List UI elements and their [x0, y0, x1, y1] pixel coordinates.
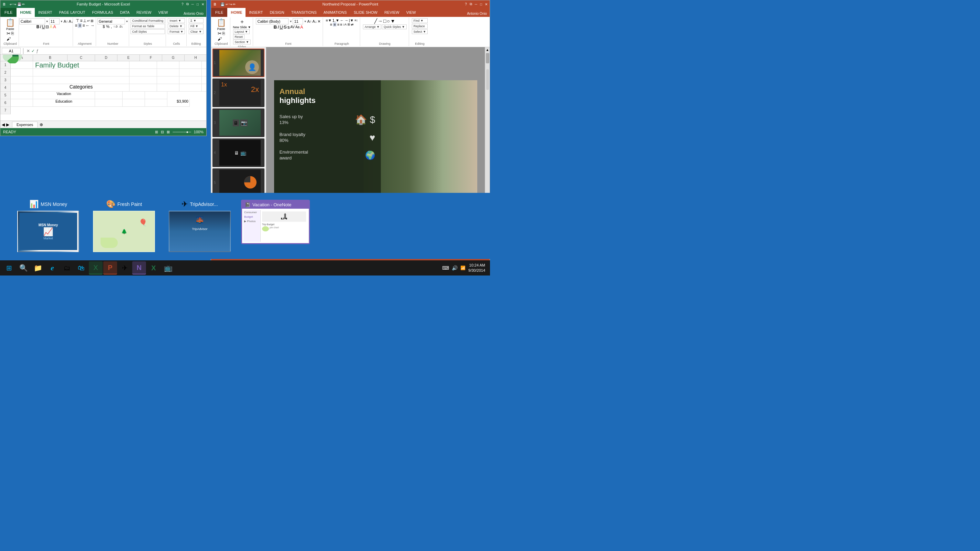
col-header-c[interactable]: C: [67, 55, 95, 61]
zoom-slider[interactable]: ─────●─: [172, 130, 191, 134]
excel-tab-home[interactable]: HOME: [16, 8, 35, 17]
number-format-arrow[interactable]: ▼: [126, 20, 129, 23]
cell-a4[interactable]: [11, 84, 33, 92]
taskbar-files-button[interactable]: 🗂: [60, 261, 74, 274]
taskbar-store-button[interactable]: 🛍: [75, 261, 88, 274]
ppt-quick-access[interactable]: 💾 ↩ ↪ ✏: [220, 2, 235, 6]
ppt-align-left-icon[interactable]: ≡: [330, 22, 332, 27]
col-header-g[interactable]: G: [162, 55, 185, 61]
copy-icon[interactable]: ⎘: [11, 31, 14, 36]
ppt-help-icon[interactable]: ?: [465, 2, 467, 6]
fresh-paint-thumbnail[interactable]: 🌲 🎈: [93, 211, 155, 252]
dec-decrease-icon[interactable]: .0↓: [119, 25, 123, 28]
cell-d2[interactable]: [157, 69, 180, 76]
ppt-font-size-arrow[interactable]: ▼: [304, 20, 307, 23]
autosum-button[interactable]: Σ ▼: [189, 18, 204, 23]
italic-button[interactable]: I: [40, 24, 41, 29]
cell-d1[interactable]: [157, 61, 180, 69]
reset-button[interactable]: Reset: [233, 34, 245, 39]
tripadvisor-thumbnail[interactable]: 🌉 TripAdvisor: [169, 211, 231, 252]
ppt-strikethrough-button[interactable]: S: [284, 24, 287, 30]
ppt-column-icon[interactable]: |▼: [349, 18, 354, 22]
scroll-thumb[interactable]: [486, 53, 489, 64]
cell-b1[interactable]: Family Budget: [33, 61, 129, 69]
page-break-view-icon[interactable]: ⊠: [167, 130, 170, 134]
ppt-paste-button[interactable]: 📋 Paste: [216, 18, 226, 31]
cell-e1[interactable]: [180, 61, 202, 69]
border-icon[interactable]: ⊟: [45, 24, 49, 29]
ppt-tab-home[interactable]: HOME: [227, 8, 245, 17]
normal-view-icon[interactable]: ⊞: [155, 130, 158, 134]
ppt-clear-format-icon[interactable]: ✕: [318, 19, 321, 24]
ppt-line-spacing-icon[interactable]: ≡↕: [354, 19, 358, 22]
cell-d3[interactable]: [157, 76, 180, 84]
taskbar-start-button[interactable]: ⊞: [2, 261, 16, 274]
ppt-replace-button[interactable]: Replace: [412, 24, 428, 29]
cell-d4[interactable]: [157, 84, 180, 92]
align-left-icon[interactable]: ≡: [75, 23, 77, 28]
align-center-icon[interactable]: ≡: [78, 23, 82, 28]
percent-icon[interactable]: $: [103, 24, 105, 29]
ppt-text-direction-icon[interactable]: ↕A: [343, 23, 347, 26]
ppt-format-painter-icon[interactable]: 🖌: [218, 37, 225, 41]
cell-d6[interactable]: [123, 99, 145, 107]
ppt-quick-styles-button[interactable]: Quick Styles ▼: [382, 24, 406, 29]
cell-e5[interactable]: [123, 92, 145, 99]
ppt-tab-transitions[interactable]: TRANSITIONS: [288, 8, 320, 17]
number-format-input[interactable]: [97, 18, 125, 24]
app-card-fresh-paint[interactable]: 🎨 Fresh Paint 🌲 🎈: [89, 200, 158, 252]
excel-tab-insert[interactable]: INSERT: [35, 8, 56, 17]
excel-window-controls[interactable]: ? ⧉ ─ □ ✕: [181, 2, 204, 6]
taskbar-excel2-button[interactable]: X: [147, 261, 161, 274]
cell-e6[interactable]: [145, 99, 167, 107]
ppt-font-spacing-icon[interactable]: AV: [290, 25, 295, 29]
align-right-icon[interactable]: ≡: [82, 23, 85, 28]
ppt-justify-icon[interactable]: ≡: [340, 22, 342, 27]
app-card-tripadvisor[interactable]: ✈ TripAdvisor... 🌉 TripAdvisor: [165, 200, 234, 252]
dec-increase-icon[interactable]: ↑.0: [113, 25, 118, 28]
ppt-font-shrink-icon[interactable]: A↓: [312, 19, 317, 24]
ppt-font-size-input[interactable]: [293, 18, 303, 24]
ppt-bold-button[interactable]: B: [274, 24, 277, 30]
excel-tab-view[interactable]: VIEW: [155, 8, 172, 17]
sheet-nav-right[interactable]: ▶: [6, 122, 9, 127]
onenote-window-thumb[interactable]: 📓 Vacation - OneNote Consumer Budget ▶ P…: [241, 200, 310, 244]
ppt-tab-review[interactable]: REVIEW: [381, 8, 402, 17]
cell-b5[interactable]: Vacation: [33, 92, 95, 99]
ppt-font-dropdown-arrow[interactable]: ▼: [289, 20, 292, 23]
col-header-f[interactable]: F: [140, 55, 162, 61]
font-size-input[interactable]: [49, 18, 60, 24]
excel-tab-file[interactable]: FILE: [0, 8, 16, 17]
cell-c2[interactable]: [129, 69, 157, 76]
taskbar-presentation-button[interactable]: 📺: [161, 261, 175, 274]
font-grow-icon[interactable]: A↑: [64, 19, 68, 24]
underline-button[interactable]: U: [42, 24, 45, 29]
layout-button[interactable]: Layout ▼: [233, 29, 250, 34]
format-painter-icon[interactable]: 🖌: [6, 37, 11, 41]
slide-thumb-3[interactable]: 3 🖥 📷: [212, 108, 264, 137]
fill-button[interactable]: Fill ▼: [189, 24, 204, 29]
slide-thumb-1[interactable]: 1 👤: [212, 49, 264, 77]
col-header-b[interactable]: B: [33, 55, 67, 61]
taskbar-file-explorer-button[interactable]: 📁: [31, 261, 45, 274]
cut-icon[interactable]: ✂: [6, 31, 11, 36]
excel-tab-data[interactable]: DATA: [117, 8, 133, 17]
font-dropdown-arrow[interactable]: ▼: [46, 20, 49, 23]
align-bottom-icon[interactable]: ⊥: [83, 18, 86, 23]
cell-c1[interactable]: [129, 61, 157, 69]
col-header-e[interactable]: E: [118, 55, 140, 61]
insert-cells-button[interactable]: Insert ▼: [168, 18, 185, 23]
comma-icon[interactable]: %: [106, 24, 110, 29]
ppt-restore-icon[interactable]: ⧉: [470, 2, 472, 6]
ppt-align-center-icon[interactable]: ≡: [333, 22, 336, 27]
cell-f5[interactable]: [145, 92, 167, 99]
cell-c5[interactable]: [95, 92, 123, 99]
cell-a2[interactable]: [11, 69, 33, 76]
formula-input[interactable]: [40, 49, 205, 53]
taskbar-ppt-button[interactable]: P: [103, 261, 117, 274]
cell-f3[interactable]: [202, 76, 206, 84]
insert-function-icon[interactable]: ƒ: [36, 49, 38, 53]
ppt-font-name-input[interactable]: [256, 18, 288, 24]
ppt-tab-insert[interactable]: INSERT: [245, 8, 266, 17]
ppt-bullets-icon[interactable]: ≡▼: [326, 18, 332, 22]
